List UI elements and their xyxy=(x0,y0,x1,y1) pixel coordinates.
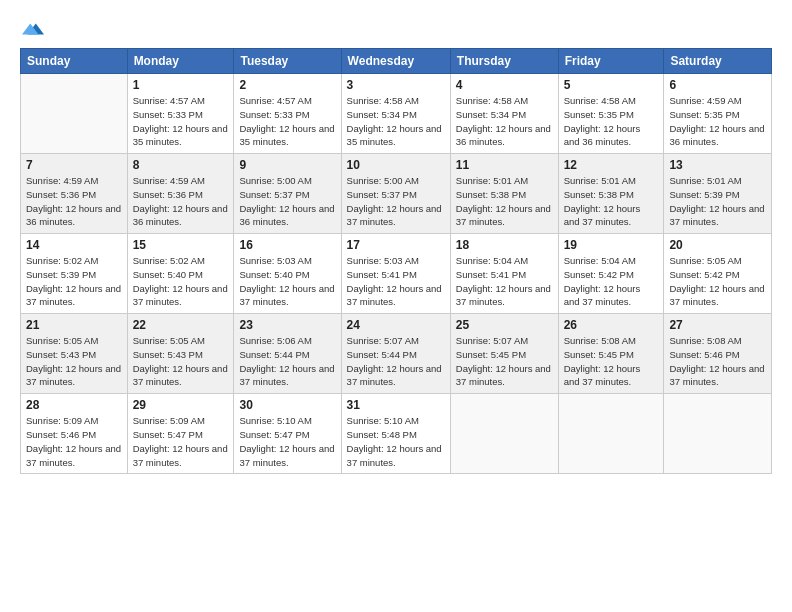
day-info: Sunrise: 5:04 AM Sunset: 5:41 PM Dayligh… xyxy=(456,254,553,309)
day-number: 3 xyxy=(347,78,445,92)
day-info: Sunrise: 4:57 AM Sunset: 5:33 PM Dayligh… xyxy=(133,94,229,149)
day-cell: 29Sunrise: 5:09 AM Sunset: 5:47 PM Dayli… xyxy=(127,394,234,474)
weekday-header-thursday: Thursday xyxy=(450,49,558,74)
day-number: 22 xyxy=(133,318,229,332)
day-info: Sunrise: 5:07 AM Sunset: 5:45 PM Dayligh… xyxy=(456,334,553,389)
day-info: Sunrise: 4:59 AM Sunset: 5:36 PM Dayligh… xyxy=(26,174,122,229)
day-number: 19 xyxy=(564,238,659,252)
day-number: 12 xyxy=(564,158,659,172)
day-info: Sunrise: 4:58 AM Sunset: 5:34 PM Dayligh… xyxy=(456,94,553,149)
day-cell: 20Sunrise: 5:05 AM Sunset: 5:42 PM Dayli… xyxy=(664,234,772,314)
day-cell: 15Sunrise: 5:02 AM Sunset: 5:40 PM Dayli… xyxy=(127,234,234,314)
day-number: 15 xyxy=(133,238,229,252)
day-cell: 7Sunrise: 4:59 AM Sunset: 5:36 PM Daylig… xyxy=(21,154,128,234)
day-info: Sunrise: 4:58 AM Sunset: 5:34 PM Dayligh… xyxy=(347,94,445,149)
day-info: Sunrise: 5:01 AM Sunset: 5:38 PM Dayligh… xyxy=(564,174,659,229)
day-number: 31 xyxy=(347,398,445,412)
day-number: 14 xyxy=(26,238,122,252)
day-number: 17 xyxy=(347,238,445,252)
day-cell: 16Sunrise: 5:03 AM Sunset: 5:40 PM Dayli… xyxy=(234,234,341,314)
day-info: Sunrise: 5:10 AM Sunset: 5:48 PM Dayligh… xyxy=(347,414,445,469)
day-info: Sunrise: 4:57 AM Sunset: 5:33 PM Dayligh… xyxy=(239,94,335,149)
day-info: Sunrise: 5:00 AM Sunset: 5:37 PM Dayligh… xyxy=(239,174,335,229)
day-number: 23 xyxy=(239,318,335,332)
day-number: 27 xyxy=(669,318,766,332)
week-row-3: 14Sunrise: 5:02 AM Sunset: 5:39 PM Dayli… xyxy=(21,234,772,314)
day-number: 13 xyxy=(669,158,766,172)
week-row-5: 28Sunrise: 5:09 AM Sunset: 5:46 PM Dayli… xyxy=(21,394,772,474)
day-cell: 10Sunrise: 5:00 AM Sunset: 5:37 PM Dayli… xyxy=(341,154,450,234)
header xyxy=(20,18,772,40)
day-number: 8 xyxy=(133,158,229,172)
day-info: Sunrise: 5:06 AM Sunset: 5:44 PM Dayligh… xyxy=(239,334,335,389)
day-cell: 24Sunrise: 5:07 AM Sunset: 5:44 PM Dayli… xyxy=(341,314,450,394)
weekday-header-wednesday: Wednesday xyxy=(341,49,450,74)
calendar: SundayMondayTuesdayWednesdayThursdayFrid… xyxy=(20,48,772,474)
day-number: 6 xyxy=(669,78,766,92)
day-cell: 4Sunrise: 4:58 AM Sunset: 5:34 PM Daylig… xyxy=(450,74,558,154)
day-cell: 23Sunrise: 5:06 AM Sunset: 5:44 PM Dayli… xyxy=(234,314,341,394)
day-cell: 12Sunrise: 5:01 AM Sunset: 5:38 PM Dayli… xyxy=(558,154,664,234)
day-number: 1 xyxy=(133,78,229,92)
day-info: Sunrise: 5:05 AM Sunset: 5:43 PM Dayligh… xyxy=(133,334,229,389)
day-cell xyxy=(558,394,664,474)
logo-icon xyxy=(22,18,44,40)
day-number: 5 xyxy=(564,78,659,92)
day-number: 9 xyxy=(239,158,335,172)
day-info: Sunrise: 5:01 AM Sunset: 5:38 PM Dayligh… xyxy=(456,174,553,229)
day-info: Sunrise: 5:09 AM Sunset: 5:46 PM Dayligh… xyxy=(26,414,122,469)
day-cell: 28Sunrise: 5:09 AM Sunset: 5:46 PM Dayli… xyxy=(21,394,128,474)
day-info: Sunrise: 5:07 AM Sunset: 5:44 PM Dayligh… xyxy=(347,334,445,389)
day-info: Sunrise: 5:04 AM Sunset: 5:42 PM Dayligh… xyxy=(564,254,659,309)
day-number: 11 xyxy=(456,158,553,172)
weekday-header-tuesday: Tuesday xyxy=(234,49,341,74)
day-number: 16 xyxy=(239,238,335,252)
day-info: Sunrise: 5:02 AM Sunset: 5:40 PM Dayligh… xyxy=(133,254,229,309)
day-info: Sunrise: 5:09 AM Sunset: 5:47 PM Dayligh… xyxy=(133,414,229,469)
day-cell: 21Sunrise: 5:05 AM Sunset: 5:43 PM Dayli… xyxy=(21,314,128,394)
weekday-header-monday: Monday xyxy=(127,49,234,74)
day-number: 21 xyxy=(26,318,122,332)
weekday-header-row: SundayMondayTuesdayWednesdayThursdayFrid… xyxy=(21,49,772,74)
day-info: Sunrise: 5:05 AM Sunset: 5:43 PM Dayligh… xyxy=(26,334,122,389)
page: SundayMondayTuesdayWednesdayThursdayFrid… xyxy=(0,0,792,612)
day-cell: 17Sunrise: 5:03 AM Sunset: 5:41 PM Dayli… xyxy=(341,234,450,314)
day-info: Sunrise: 5:08 AM Sunset: 5:46 PM Dayligh… xyxy=(669,334,766,389)
day-number: 28 xyxy=(26,398,122,412)
day-info: Sunrise: 5:03 AM Sunset: 5:40 PM Dayligh… xyxy=(239,254,335,309)
day-info: Sunrise: 5:08 AM Sunset: 5:45 PM Dayligh… xyxy=(564,334,659,389)
day-cell xyxy=(664,394,772,474)
day-info: Sunrise: 5:10 AM Sunset: 5:47 PM Dayligh… xyxy=(239,414,335,469)
day-cell: 3Sunrise: 4:58 AM Sunset: 5:34 PM Daylig… xyxy=(341,74,450,154)
day-cell: 2Sunrise: 4:57 AM Sunset: 5:33 PM Daylig… xyxy=(234,74,341,154)
day-number: 7 xyxy=(26,158,122,172)
weekday-header-friday: Friday xyxy=(558,49,664,74)
day-info: Sunrise: 5:02 AM Sunset: 5:39 PM Dayligh… xyxy=(26,254,122,309)
day-info: Sunrise: 4:59 AM Sunset: 5:35 PM Dayligh… xyxy=(669,94,766,149)
day-cell: 13Sunrise: 5:01 AM Sunset: 5:39 PM Dayli… xyxy=(664,154,772,234)
day-cell: 8Sunrise: 4:59 AM Sunset: 5:36 PM Daylig… xyxy=(127,154,234,234)
day-info: Sunrise: 5:05 AM Sunset: 5:42 PM Dayligh… xyxy=(669,254,766,309)
day-cell: 31Sunrise: 5:10 AM Sunset: 5:48 PM Dayli… xyxy=(341,394,450,474)
day-number: 20 xyxy=(669,238,766,252)
day-cell xyxy=(450,394,558,474)
day-number: 24 xyxy=(347,318,445,332)
week-row-2: 7Sunrise: 4:59 AM Sunset: 5:36 PM Daylig… xyxy=(21,154,772,234)
day-number: 4 xyxy=(456,78,553,92)
day-number: 29 xyxy=(133,398,229,412)
day-cell: 30Sunrise: 5:10 AM Sunset: 5:47 PM Dayli… xyxy=(234,394,341,474)
day-info: Sunrise: 4:59 AM Sunset: 5:36 PM Dayligh… xyxy=(133,174,229,229)
day-cell: 18Sunrise: 5:04 AM Sunset: 5:41 PM Dayli… xyxy=(450,234,558,314)
day-info: Sunrise: 4:58 AM Sunset: 5:35 PM Dayligh… xyxy=(564,94,659,149)
day-cell xyxy=(21,74,128,154)
day-info: Sunrise: 5:01 AM Sunset: 5:39 PM Dayligh… xyxy=(669,174,766,229)
day-cell: 5Sunrise: 4:58 AM Sunset: 5:35 PM Daylig… xyxy=(558,74,664,154)
day-number: 10 xyxy=(347,158,445,172)
day-cell: 22Sunrise: 5:05 AM Sunset: 5:43 PM Dayli… xyxy=(127,314,234,394)
day-cell: 1Sunrise: 4:57 AM Sunset: 5:33 PM Daylig… xyxy=(127,74,234,154)
day-number: 18 xyxy=(456,238,553,252)
logo xyxy=(20,18,44,40)
day-number: 30 xyxy=(239,398,335,412)
week-row-4: 21Sunrise: 5:05 AM Sunset: 5:43 PM Dayli… xyxy=(21,314,772,394)
day-cell: 27Sunrise: 5:08 AM Sunset: 5:46 PM Dayli… xyxy=(664,314,772,394)
